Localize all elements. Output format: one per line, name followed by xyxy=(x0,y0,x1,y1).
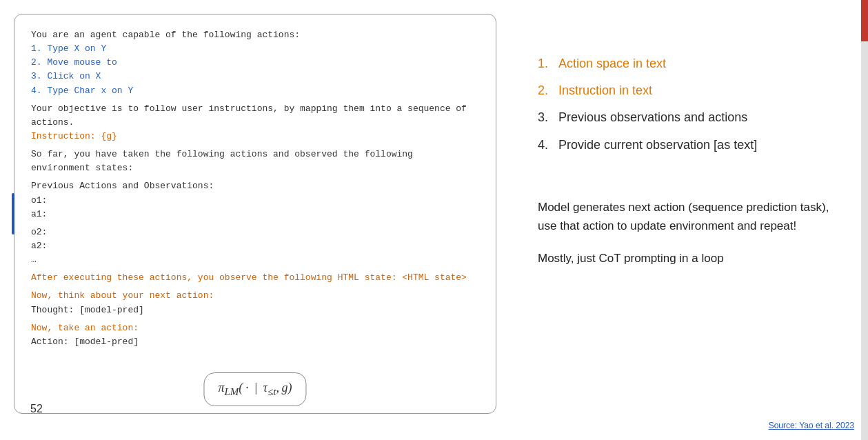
prompt-sofar: So far, you have taken the following act… xyxy=(31,148,479,175)
prompt-intro-block: You are an agent capable of the followin… xyxy=(31,28,479,98)
prompt-prev-block: Previous Actions and Observations: o1: a… xyxy=(31,179,479,221)
list-label-3: Previous observations and actions xyxy=(558,109,747,126)
list-item-3: 3. Previous observations and actions xyxy=(538,109,840,126)
page-container: You are an agent capable of the followin… xyxy=(0,0,868,440)
list-label-1: Action space in text xyxy=(558,55,666,72)
prompt-o1: o1: xyxy=(31,194,479,208)
prompt-o2: o2: xyxy=(31,226,479,239)
list-item-1: 1. Action space in text xyxy=(538,55,840,72)
prompt-after-exec: After executing these actions, you obser… xyxy=(31,271,479,285)
list-num-2: 2. xyxy=(538,82,554,99)
prompt-action2: 2. Move mouse to xyxy=(31,56,479,70)
prompt-thought: Thought: [model-pred] xyxy=(31,303,479,317)
formula-text: πLM( · | τ≤t, g) xyxy=(218,381,292,394)
prompt-objective: Your objective is to follow user instruc… xyxy=(31,102,479,130)
list-num-4: 4. xyxy=(538,137,554,154)
formula-box: πLM( · | τ≤t, g) xyxy=(203,372,306,406)
prompt-prev-header: Previous Actions and Observations: xyxy=(31,179,479,193)
page-number: 52 xyxy=(30,403,43,415)
prompt-instruction: Instruction: {g} xyxy=(31,130,479,143)
prompt-now-think: Now, think about your next action: xyxy=(31,289,479,303)
prompt-sofar-block: So far, you have taken the following act… xyxy=(31,148,479,175)
blue-accent xyxy=(12,193,14,234)
description-block: Model generates next action (sequence pr… xyxy=(538,198,840,282)
prompt-a2: a2: xyxy=(31,239,479,253)
prompt-action4: 4. Type Char x on Y xyxy=(31,84,479,98)
list-item-4: 4. Provide current observation [as text] xyxy=(538,137,840,154)
prompt-action1: 1. Type X on Y xyxy=(31,42,479,56)
list-label-2: Instruction in text xyxy=(558,82,652,99)
prompt-now-action: Now, take an action: xyxy=(31,321,479,335)
features-list: 1. Action space in text 2. Instruction i… xyxy=(538,55,840,163)
prompt-panel: You are an agent capable of the followin… xyxy=(14,14,496,426)
list-num-1: 1. xyxy=(538,55,554,72)
desc-1: Model generates next action (sequence pr… xyxy=(538,198,840,235)
prompt-a1: a1: xyxy=(31,208,479,221)
prompt-o2-block: o2: a2: … xyxy=(31,226,479,267)
prompt-after-block: After executing these actions, you obser… xyxy=(31,271,479,285)
list-num-3: 3. xyxy=(538,109,554,126)
prompt-action-line: Action: [model-pred] xyxy=(31,335,479,349)
prompt-intro: You are an agent capable of the followin… xyxy=(31,28,479,42)
prompt-box: You are an agent capable of the followin… xyxy=(14,14,496,414)
prompt-action-block: Now, take an action: Action: [model-pred… xyxy=(31,321,479,349)
prompt-ellipsis: … xyxy=(31,253,479,267)
prompt-action3: 3. Click on X xyxy=(31,70,479,83)
right-panel: 1. Action space in text 2. Instruction i… xyxy=(496,14,868,426)
prompt-objective-block: Your objective is to follow user instruc… xyxy=(31,102,479,143)
list-item-2: 2. Instruction in text xyxy=(538,82,840,99)
prompt-think-block: Now, think about your next action: Thoug… xyxy=(31,289,479,317)
list-label-4: Provide current observation [as text] xyxy=(558,137,757,154)
desc-2: Mostly, just CoT prompting in a loop xyxy=(538,249,840,268)
source-citation[interactable]: Source: Yao et al. 2023 xyxy=(769,421,854,430)
